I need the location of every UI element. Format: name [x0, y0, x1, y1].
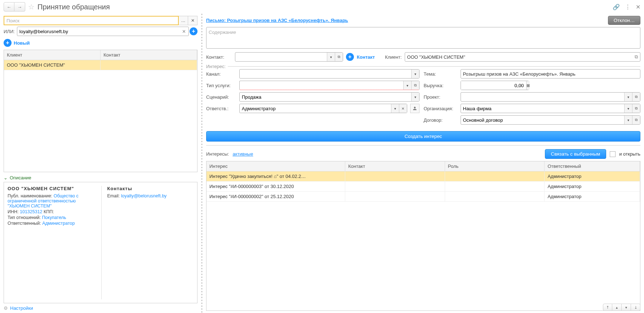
dropdown-icon[interactable]: ▾ — [327, 53, 335, 61]
topbar: ← → ☆ Принятие обращения 🔗 ⋮ ✕ — [0, 0, 644, 14]
inn-label: ИНН: — [8, 209, 19, 214]
nav-down-icon[interactable]: ▾ — [622, 304, 631, 311]
dropdown-icon[interactable]: ▾ — [624, 116, 632, 124]
or-clear-button[interactable]: ✕ — [180, 28, 187, 35]
add-contact-plus[interactable]: + — [346, 53, 354, 61]
fill-user-button[interactable] — [410, 104, 419, 113]
letter-link[interactable]: Письмо: Розыгрыш призов на АЗС «Белорусн… — [206, 18, 605, 23]
dropdown-icon[interactable]: ▾ — [403, 81, 411, 90]
open-icon[interactable]: ⧉ — [632, 104, 640, 113]
contact-link[interactable]: Контакт — [357, 54, 375, 60]
resp-label: Ответственный: — [8, 221, 41, 226]
nav-top-icon[interactable]: ⤒ — [603, 304, 612, 311]
contract-combo[interactable]: ▾⧉ — [461, 115, 641, 125]
table-row[interactable]: ООО "ХЬЮМЕН СИСТЕМ" — [4, 60, 197, 70]
settings-link[interactable]: Настройки — [10, 305, 33, 311]
service-combo[interactable]: ▾⧉ — [239, 81, 419, 90]
table-row[interactable]: Интерес "#И-000000003" от 30.12.2020 Адм… — [206, 182, 640, 192]
dropdown-icon[interactable]: ▾ — [624, 104, 632, 113]
resp-value[interactable]: Администратор — [42, 221, 75, 226]
nav-up-icon[interactable]: ▴ — [612, 304, 622, 311]
interests-filter-link[interactable]: активные — [232, 151, 253, 157]
clear-icon[interactable]: ✕ — [399, 104, 407, 113]
contract-label: Договор: — [424, 117, 456, 123]
contact-label: Контакт: — [206, 54, 232, 60]
open-icon[interactable]: ⧉ — [335, 53, 343, 61]
rel-label: Тип отношений: — [8, 215, 41, 220]
open-icon[interactable]: ⧉ — [632, 93, 640, 101]
create-interest-button[interactable]: Создать интерес — [206, 131, 640, 142]
table-row[interactable]: Интерес "#И-000000002" от 25.12.2020 Адм… — [206, 192, 640, 202]
or-label: ИЛИ: — [4, 29, 15, 34]
link-icon[interactable]: 🔗 — [613, 4, 620, 10]
left-pane: … ✕ ИЛИ: ✕ + + Новый Клиент Контакт — [0, 14, 203, 313]
cell-client: ООО "ХЬЮМЕН СИСТЕМ" — [4, 60, 101, 70]
project-combo[interactable]: ▾⧉ — [461, 92, 641, 102]
content-textarea[interactable]: Содержание — [206, 27, 640, 49]
col-contact[interactable]: Контакт — [345, 161, 445, 171]
reject-button[interactable]: Отклон… — [608, 16, 640, 25]
contact-combo[interactable]: ▾ ⧉ — [235, 52, 343, 62]
rel-value[interactable]: Покупатель — [42, 215, 66, 220]
revenue-input[interactable]: ⊞ — [461, 81, 529, 90]
scenario-combo[interactable]: ▾ — [239, 92, 419, 102]
more-icon[interactable]: ⋮ — [625, 4, 631, 10]
nav-bottom-icon[interactable]: ⤓ — [631, 304, 640, 311]
back-button[interactable]: ← — [4, 2, 14, 12]
link-selected-button[interactable]: Связать с выбранным — [545, 149, 607, 159]
client-table: Клиент Контакт ООО "ХЬЮМЕН СИСТЕМ" — [4, 50, 197, 172]
open-icon[interactable]: ⧉ — [632, 116, 640, 124]
topic-input[interactable]: Розыгрыш призов на АЗС «Белоруснефть». Я… — [461, 69, 641, 79]
dropdown-icon[interactable]: ▾ — [411, 70, 419, 78]
cell-contact — [101, 60, 197, 70]
dropdown-icon[interactable]: ▾ — [624, 93, 632, 101]
new-link[interactable]: Новый — [14, 40, 30, 46]
calculator-icon[interactable]: ⊞ — [526, 81, 530, 90]
interests-label: Интересы: — [206, 151, 229, 157]
interest-legend: Интерес: — [206, 64, 228, 69]
add-or-button[interactable]: + — [190, 27, 197, 35]
description-toggle[interactable]: ⌄ Описание — [4, 175, 197, 180]
dropdown-icon[interactable]: ▾ — [411, 93, 419, 101]
kpp-label: КПП: — [44, 209, 54, 214]
revenue-label: Выручка: — [424, 83, 456, 88]
dropdown-icon[interactable]: ▾ — [391, 104, 399, 113]
service-label: Тип услуги: — [206, 83, 235, 88]
email-label: Email: — [107, 193, 120, 198]
search-more-button[interactable]: … — [179, 16, 188, 25]
col-resp[interactable]: Ответственный — [545, 161, 640, 171]
responsible-label: Ответств.: — [206, 106, 235, 111]
email-value[interactable]: loyalty@belorusneft.by — [121, 193, 167, 198]
contact-input[interactable] — [235, 53, 327, 61]
open-icon[interactable]: ⧉ — [635, 54, 638, 60]
channel-combo[interactable]: ▾ — [239, 69, 419, 79]
search-clear-button[interactable]: ✕ — [188, 16, 197, 25]
table-row[interactable]: Интерес "Удачно закупиться! ⌂" от 04.02.… — [206, 171, 640, 182]
project-label: Проект: — [424, 94, 456, 100]
org-label: Организация: — [424, 106, 456, 111]
col-contact[interactable]: Контакт — [101, 50, 197, 60]
new-plus-icon[interactable]: + — [4, 39, 12, 47]
col-interest[interactable]: Интерес — [206, 161, 345, 171]
open-icon[interactable]: ⧉ — [411, 81, 419, 90]
org-combo[interactable]: ▾⧉ — [461, 104, 641, 113]
or-input[interactable] — [17, 27, 189, 36]
topic-label: Тема: — [424, 71, 456, 77]
star-icon[interactable]: ☆ — [28, 3, 35, 11]
page-title: Принятие обращения — [37, 3, 613, 11]
close-icon[interactable]: ✕ — [636, 4, 640, 10]
pub-label: Публ. наименование: — [8, 193, 52, 198]
gear-icon[interactable]: ⚙ — [4, 305, 8, 311]
responsible-combo[interactable]: ▾✕ — [239, 104, 407, 113]
col-role[interactable]: Роль — [445, 161, 545, 171]
client-value[interactable]: ООО "ХЬЮМЕН СИСТЕМ"⧉ — [405, 52, 640, 62]
and-open-label: и открыть — [619, 151, 640, 157]
client-label: Клиент: — [385, 54, 401, 60]
forward-button[interactable]: → — [14, 2, 25, 12]
interest-fieldset: Интерес: Канал: ▾ Тема: Розыгрыш призов … — [206, 64, 640, 128]
search-input[interactable] — [4, 16, 179, 25]
and-open-checkbox[interactable] — [610, 151, 616, 157]
scenario-label: Сценарий: — [206, 94, 235, 100]
inn-value[interactable]: 101325312 — [20, 209, 43, 214]
col-client[interactable]: Клиент — [4, 50, 101, 60]
